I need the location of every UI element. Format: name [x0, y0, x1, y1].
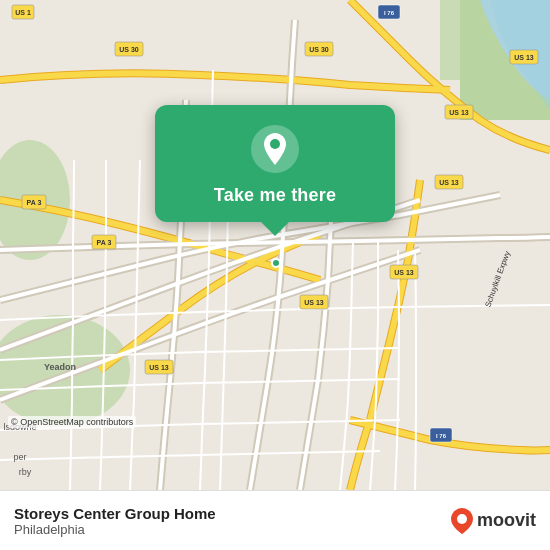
map-pin-dot [271, 258, 281, 268]
svg-point-37 [270, 139, 280, 149]
svg-point-38 [457, 514, 467, 524]
svg-text:Yeadon: Yeadon [44, 362, 76, 372]
location-pin-icon [249, 123, 301, 175]
location-city: Philadelphia [14, 522, 216, 537]
svg-text:rby: rby [19, 467, 32, 477]
svg-text:US 13: US 13 [514, 54, 534, 61]
svg-text:I 76: I 76 [436, 433, 447, 439]
svg-text:US 13: US 13 [449, 109, 469, 116]
svg-text:US 30: US 30 [119, 46, 139, 53]
take-me-there-button[interactable]: Take me there [214, 185, 336, 206]
popup-card: Take me there [155, 105, 395, 222]
svg-text:US 13: US 13 [304, 299, 324, 306]
svg-text:US 1: US 1 [15, 9, 31, 16]
svg-text:PA 3: PA 3 [97, 239, 112, 246]
location-info: Storeys Center Group Home Philadelphia [14, 505, 216, 537]
map-container: US 1 US 30 US 30 I 76 US 13 US 13 PA 3 P… [0, 0, 550, 490]
svg-text:US 13: US 13 [439, 179, 459, 186]
moovit-text: moovit [477, 510, 536, 531]
osm-attribution: © OpenStreetMap contributors [8, 416, 136, 428]
location-name: Storeys Center Group Home [14, 505, 216, 522]
moovit-pin-icon [451, 508, 473, 534]
bottom-bar: Storeys Center Group Home Philadelphia m… [0, 490, 550, 550]
svg-text:PA 3: PA 3 [27, 199, 42, 206]
svg-text:US 13: US 13 [149, 364, 169, 371]
moovit-logo: moovit [451, 508, 536, 534]
svg-text:per: per [13, 452, 26, 462]
svg-text:US 30: US 30 [309, 46, 329, 53]
svg-text:US 13: US 13 [394, 269, 414, 276]
svg-text:I 76: I 76 [384, 10, 395, 16]
